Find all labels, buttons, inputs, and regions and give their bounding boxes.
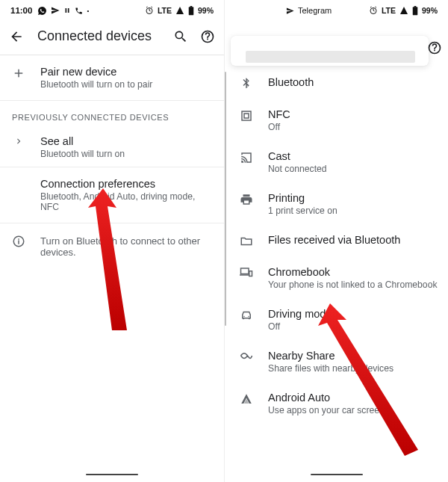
svg-rect-6 bbox=[413, 7, 418, 15]
connection-preferences-row[interactable]: Connection preferences Bluetooth, Androi… bbox=[0, 167, 224, 223]
phone-icon bbox=[75, 7, 83, 15]
item-title: Files received via Bluetooth bbox=[268, 234, 438, 246]
pause-icon bbox=[63, 7, 71, 14]
dot-icon: • bbox=[87, 7, 89, 14]
whatsapp-icon bbox=[37, 6, 47, 16]
item-sub: Use apps on your car screen bbox=[268, 405, 438, 415]
preference-list: BluetoothNFCOffCastNot connectedPrinting… bbox=[225, 67, 448, 464]
svg-point-13 bbox=[243, 316, 245, 318]
list-item-nfc[interactable]: NFCOff bbox=[225, 99, 448, 141]
chevron-right-icon bbox=[13, 136, 24, 146]
battery-text: 99% bbox=[422, 6, 438, 15]
list-item-print[interactable]: Printing1 print service on bbox=[225, 183, 448, 225]
item-sub: 1 print service on bbox=[268, 206, 438, 216]
conn-pref-sub: Bluetooth, Android Auto, driving mode, N… bbox=[40, 191, 214, 212]
item-title: Android Auto bbox=[268, 392, 438, 404]
item-title: Chromebook bbox=[268, 266, 438, 278]
list-item-share[interactable]: Nearby ShareShare files with nearby devi… bbox=[225, 341, 448, 383]
help-icon[interactable] bbox=[427, 40, 442, 55]
info-icon bbox=[12, 235, 25, 248]
svg-rect-12 bbox=[249, 271, 252, 276]
car-icon bbox=[240, 309, 253, 322]
right-screen: Telegram LTE 99% BluetoothNFCOffCastNot … bbox=[224, 0, 448, 482]
signal-icon bbox=[175, 6, 184, 15]
svg-point-14 bbox=[248, 316, 249, 318]
gesture-bar bbox=[86, 474, 138, 475]
section-label: PREVIOUSLY CONNECTED DEVICES bbox=[0, 101, 224, 128]
svg-rect-9 bbox=[242, 111, 251, 120]
item-title: NFC bbox=[268, 108, 438, 120]
network-type: LTE bbox=[382, 6, 396, 15]
help-icon[interactable] bbox=[200, 29, 215, 44]
see-all-sub: Bluetooth will turn on bbox=[40, 149, 214, 159]
share-icon bbox=[240, 350, 253, 361]
item-sub: Not connected bbox=[268, 164, 438, 174]
svg-rect-11 bbox=[241, 268, 249, 274]
item-title: Cast bbox=[268, 150, 438, 162]
pair-title: Pair new device bbox=[40, 66, 214, 78]
svg-rect-10 bbox=[244, 114, 249, 118]
item-sub: Off bbox=[268, 122, 438, 132]
list-item-car[interactable]: Driving modeOff bbox=[225, 299, 448, 341]
status-bar: Telegram LTE 99% bbox=[225, 0, 448, 21]
notif-app-name: Telegram bbox=[298, 6, 332, 15]
network-type: LTE bbox=[158, 6, 172, 15]
send-icon bbox=[286, 7, 294, 15]
list-item-aa[interactable]: Android AutoUse apps on your car screen bbox=[225, 383, 448, 424]
alarm-icon bbox=[145, 6, 154, 15]
aa-icon bbox=[240, 392, 253, 406]
item-title: Driving mode bbox=[268, 308, 438, 320]
list-item-folder[interactable]: Files received via Bluetooth bbox=[225, 225, 448, 257]
back-icon[interactable] bbox=[9, 29, 24, 44]
gesture-bar bbox=[311, 474, 363, 475]
see-all-row[interactable]: See all Bluetooth will turn on bbox=[0, 128, 224, 167]
send-icon bbox=[51, 6, 60, 15]
alarm-icon bbox=[369, 6, 378, 15]
list-item-bluetooth[interactable]: Bluetooth bbox=[225, 67, 448, 99]
left-screen: 11:00 • LTE 99% Connected devices Pair n… bbox=[0, 0, 224, 482]
bluetooth-icon bbox=[240, 77, 253, 90]
bluetooth-tip-row: Turn on Bluetooth to connect to other de… bbox=[0, 223, 224, 268]
app-header: Connected devices bbox=[0, 21, 224, 55]
print-icon bbox=[240, 193, 253, 206]
pair-sub: Bluetooth will turn on to pair bbox=[40, 79, 214, 90]
page-title: Connected devices bbox=[37, 28, 160, 44]
pair-new-device-row[interactable]: Pair new device Bluetooth will turn on t… bbox=[0, 55, 224, 100]
conn-pref-title: Connection preferences bbox=[40, 178, 214, 190]
nfc-icon bbox=[240, 109, 253, 123]
see-all-title: See all bbox=[40, 135, 214, 147]
item-title: Bluetooth bbox=[268, 76, 438, 88]
item-sub: Off bbox=[268, 321, 438, 332]
battery-icon bbox=[188, 6, 194, 16]
folder-icon bbox=[240, 235, 253, 248]
item-sub: Your phone is not linked to a Chromebook bbox=[268, 279, 438, 290]
status-bar: 11:00 • LTE 99% bbox=[0, 0, 224, 21]
item-title: Nearby Share bbox=[268, 350, 438, 362]
signal-icon bbox=[399, 6, 408, 15]
clock-text: 11:00 bbox=[10, 6, 32, 15]
battery-text: 99% bbox=[198, 6, 214, 15]
svg-rect-1 bbox=[189, 7, 194, 15]
item-sub: Share files with nearby devices bbox=[268, 363, 438, 374]
svg-rect-7 bbox=[414, 6, 417, 7]
cast-icon bbox=[240, 151, 253, 164]
search-icon[interactable] bbox=[173, 29, 188, 44]
item-title: Printing bbox=[268, 192, 438, 204]
chromebook-icon bbox=[240, 267, 253, 279]
redaction-strip bbox=[246, 51, 415, 63]
battery-icon bbox=[412, 6, 418, 16]
list-item-cast[interactable]: CastNot connected bbox=[225, 141, 448, 183]
svg-rect-2 bbox=[190, 6, 193, 7]
tip-text: Turn on Bluetooth to connect to other de… bbox=[40, 235, 214, 258]
list-item-chromebook[interactable]: ChromebookYour phone is not linked to a … bbox=[225, 257, 448, 299]
plus-icon bbox=[12, 67, 25, 80]
